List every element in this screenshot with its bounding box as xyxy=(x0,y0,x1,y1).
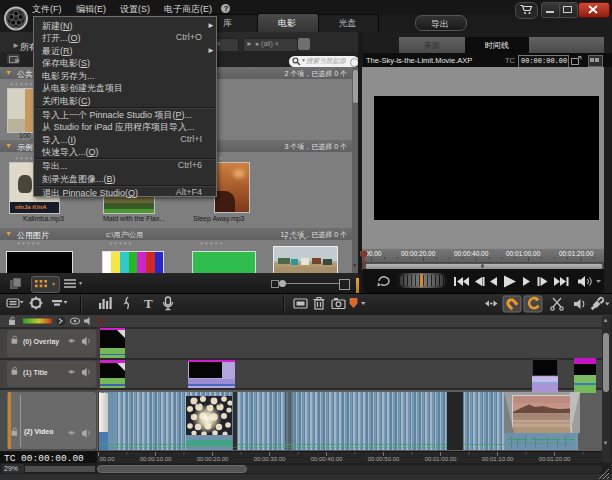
svg-text:T: T xyxy=(144,296,153,311)
svg-text:00:00:50.00: 00:00:50.00 xyxy=(368,456,400,462)
svg-text:00:00:20.00: 00:00:20.00 xyxy=(197,456,229,462)
svg-text:00:01:20.00: 00:01:20.00 xyxy=(539,456,571,462)
svg-text:00.00: 00.00 xyxy=(99,456,115,462)
svg-text:00:01:10.00: 00:01:10.00 xyxy=(482,456,514,462)
svg-text:00:00:30.00: 00:00:30.00 xyxy=(254,456,286,462)
svg-text:00:00:10.00: 00:00:10.00 xyxy=(140,456,172,462)
svg-text:00:01:00.00: 00:01:00.00 xyxy=(425,456,457,462)
svg-text:00:00:40.00: 00:00:40.00 xyxy=(311,456,343,462)
